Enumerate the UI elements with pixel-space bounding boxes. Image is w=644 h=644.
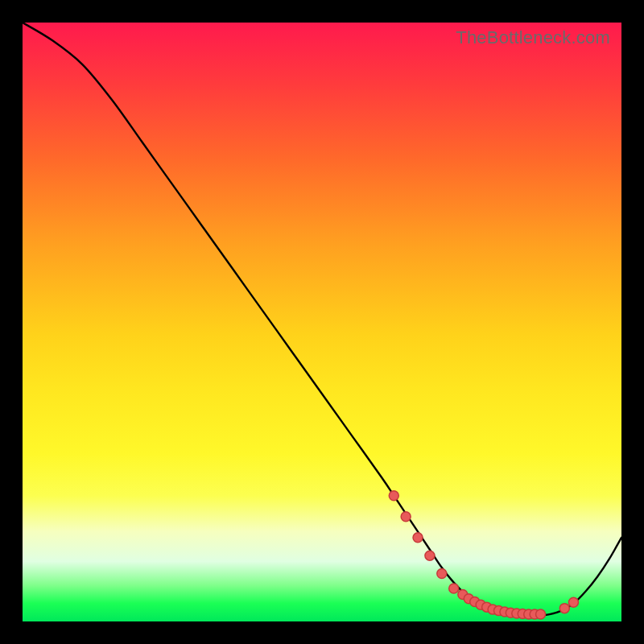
watermark-text: TheBottleneck.com bbox=[456, 27, 610, 48]
curve-marker bbox=[559, 604, 569, 613]
chart-frame: TheBottleneck.com bbox=[0, 0, 644, 644]
curve-marker bbox=[389, 491, 398, 501]
curve-marker bbox=[401, 512, 411, 522]
curve-svg bbox=[23, 23, 621, 621]
curve-marker bbox=[568, 597, 578, 607]
curve-marker bbox=[449, 584, 459, 593]
curve-markers bbox=[389, 491, 578, 619]
plot-area: TheBottleneck.com bbox=[23, 23, 621, 621]
curve-marker bbox=[536, 609, 546, 619]
curve-marker bbox=[437, 568, 447, 578]
curve-marker bbox=[413, 533, 423, 543]
bottleneck-curve bbox=[23, 23, 621, 616]
curve-marker bbox=[425, 551, 435, 560]
